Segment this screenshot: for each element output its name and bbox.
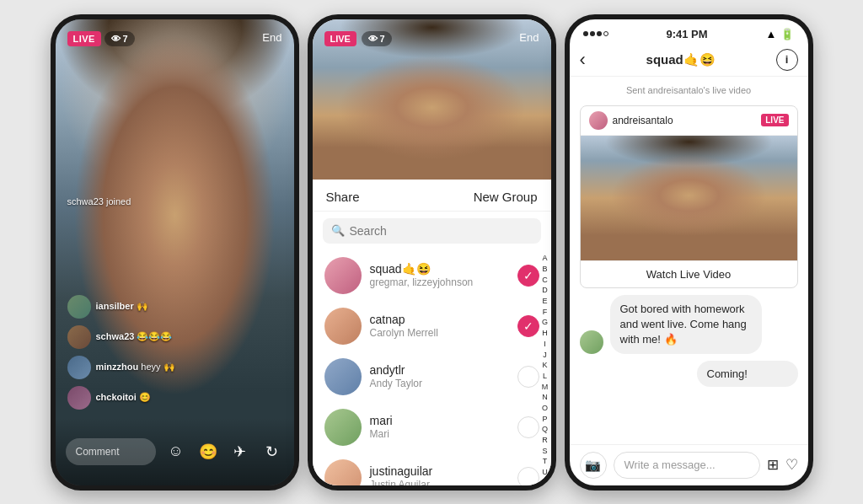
new-group-button[interactable]: New Group [474,190,538,204]
viewer-number-s1: 7 [123,34,128,44]
chat-input-s3[interactable]: Write a message... [614,452,760,479]
contact-info-mari: mari Mari [370,414,509,440]
video-background: LIVE 👁 7 End schwa23 joined iansilber 🙌 … [56,19,294,485]
share-label: Share [326,190,360,204]
contact-name-squad: squad🤙😆 [370,262,509,276]
contact-info-squad: squad🤙😆 gregmar, lizzeyjohnson [370,262,509,288]
card-username-s3: andreisantalo [613,115,757,126]
chat-title-s3: squad🤙😆 [592,52,769,67]
screens-container: LIVE 👁 7 End schwa23 joined iansilber 🙌 … [0,0,863,504]
live-badge-s2: LIVE [324,31,356,46]
back-button-s3[interactable]: ‹ [580,49,586,71]
comment-item: minzzhou heyy 🙌 [67,356,175,379]
contact-info-justin: justinaguilar Justin Aguilar [370,464,509,491]
contact-avatar-squad [324,257,362,294]
emoji-button-s1[interactable]: ☺ [164,440,188,464]
camera-button-s3[interactable]: 📷 [580,452,607,479]
comment-text: chckoitoi 😊 [96,392,151,403]
comment-avatar [67,356,91,379]
chat-action-buttons-s3: ⊞ ♡ [767,456,798,474]
status-time-s3: 9:41 PM [666,28,707,40]
search-input-s2[interactable] [350,224,533,238]
contact-info-catnap: catnap Carolyn Merrell [370,313,509,339]
battery-icon-s3: 🔋 [780,28,794,40]
viewer-count-s1: 👁 7 [105,31,135,46]
face-effect-button-s1[interactable]: 😊 [196,440,220,464]
contact-sub-andytlr: Andy Taylor [370,378,509,389]
card-avatar-s3 [589,111,608,130]
contacts-list-s2: squad🤙😆 gregmar, lizzeyjohnson ✓ catnap … [313,250,551,491]
contact-name-justin: justinaguilar [370,464,509,478]
contact-sub-squad: gregmar, lizzeyjohnson [370,276,509,288]
search-bar-s2[interactable]: 🔍 [323,218,541,244]
contact-info-andytlr: andytlr Andy Taylor [370,363,509,389]
chat-header-s3: ‹ squad🤙😆 i [570,44,808,77]
refresh-button-s1[interactable]: ↻ [260,440,284,464]
like-button-s3[interactable]: ♡ [785,456,798,474]
comment-text: minzzhou heyy 🙌 [96,362,175,373]
msg-bubble-sent-s3: Coming! [697,361,798,387]
username-join-s1: schwa23 joined [67,196,131,206]
comment-input-s1[interactable]: Comment [66,438,156,465]
msg-bubble-received-s3: Got bored with homework and went live. C… [610,295,762,355]
send-button-s1[interactable]: ✈ [228,440,252,464]
screen2-share-panel: LIVE 👁 7 End Share New Group 🔍 squad🤙😆 g… [308,14,556,491]
contact-name-andytlr: andytlr [370,363,509,377]
contact-check-mari[interactable] [517,416,539,438]
gallery-button-s3[interactable]: ⊞ [767,456,779,474]
bottom-bar-s1: Comment ☺ 😊 ✈ ↻ [56,418,294,485]
contact-sub-mari: Mari [370,428,509,440]
live-video-card-s3[interactable]: andreisantalo LIVE Watch Live Video [580,105,798,288]
contact-avatar-mari [324,409,362,446]
contact-avatar-catnap [324,308,362,345]
message-row-received-s3: Got bored with homework and went live. C… [580,295,798,355]
end-button-s1[interactable]: End [262,31,281,44]
live-video-card-header-s3: andreisantalo LIVE [581,106,797,136]
comment-avatar [67,295,91,319]
status-bar-s3: 9:41 PM ▲ 🔋 [570,19,808,44]
contact-name-catnap: catnap [370,313,509,326]
contact-avatar-andytlr [324,358,362,395]
end-button-s2[interactable]: End [519,31,539,44]
viewer-icon-s1: 👁 [111,34,121,44]
chat-input-bar-s3: 📷 Write a message... ⊞ ♡ [570,444,808,485]
signal-dot4 [603,31,608,36]
contact-name-mari: mari [370,414,509,427]
sent-live-label-s3: Sent andreisantalo's live video [580,85,798,95]
contact-sub-catnap: Carolyn Merrell [370,327,509,339]
contact-check-andytlr[interactable] [517,366,539,388]
comment-text: schwa23 😂😂😂 [96,331,173,342]
search-icon-s2: 🔍 [331,224,345,237]
comment-item: chckoitoi 😊 [67,386,175,410]
signal-dot1 [583,31,588,36]
message-row-sent-s3: Coming! [580,361,798,387]
live-video-face-s3 [581,136,797,260]
contact-sub-justin: Justin Aguilar [370,479,509,491]
watch-live-label-s3[interactable]: Watch Live Video [581,260,797,287]
contact-item-andytlr[interactable]: andytlr Andy Taylor [313,351,551,402]
contact-item-squad[interactable]: squad🤙😆 gregmar, lizzeyjohnson ✓ [313,250,551,301]
contact-item-justinaguilar[interactable]: justinaguilar Justin Aguilar [313,453,551,491]
contact-item-catnap[interactable]: catnap Carolyn Merrell ✓ [313,301,551,351]
signal-status-s3 [583,31,608,36]
share-header: Share New Group [313,180,551,212]
comments-list-s1: iansilber 🙌 schwa23 😂😂😂 minzzhou heyy 🙌 … [67,295,175,410]
status-right-s3: ▲ 🔋 [766,28,795,40]
screen3-chat: 9:41 PM ▲ 🔋 ‹ squad🤙😆 i Sent andreisanta… [565,14,813,491]
card-live-badge-s3: LIVE [761,114,788,126]
contact-check-catnap[interactable]: ✓ [517,315,539,337]
comment-avatar [67,386,91,410]
info-button-s3[interactable]: i [776,49,798,71]
signal-dot3 [597,31,602,36]
contact-check-justin[interactable] [517,467,539,489]
contact-item-mari[interactable]: mari Mari [313,402,551,453]
signal-dots-s3 [583,31,608,36]
screen1-live-video: LIVE 👁 7 End schwa23 joined iansilber 🙌 … [51,14,299,491]
alphabet-index-s2: A B C D E F G H I J K L M N O P Q [539,250,551,491]
contact-check-squad[interactable]: ✓ [517,265,539,287]
chat-input-placeholder-s3: Write a message... [624,458,716,471]
chat-messages-s3: Sent andreisantalo's live video andreisa… [570,77,808,444]
face-overlay [56,19,294,485]
contact-avatar-justin [324,459,362,491]
viewer-count-s2: 👁 7 [362,31,392,46]
